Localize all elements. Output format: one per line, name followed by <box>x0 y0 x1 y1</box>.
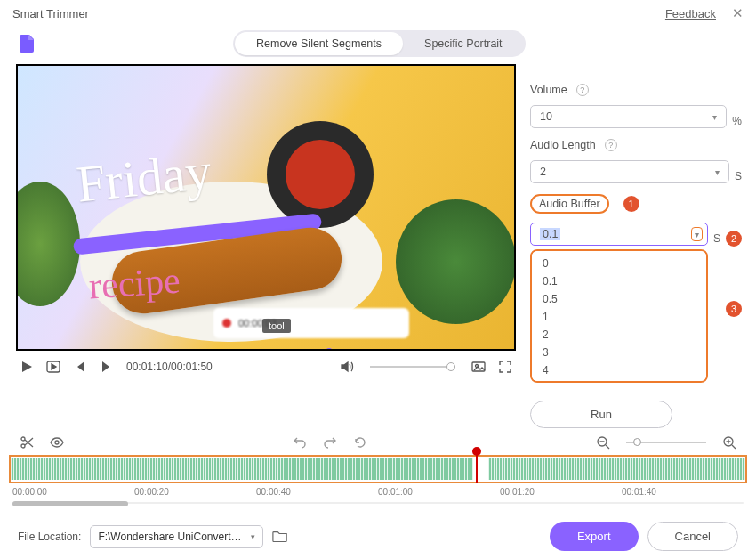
svg-point-4 <box>21 437 25 441</box>
cut-icon[interactable] <box>20 435 34 450</box>
eye-icon[interactable] <box>50 435 64 450</box>
time-display: 00:01:10/00:01:50 <box>126 361 213 373</box>
audio-buffer-label: Audio Buffer <box>530 194 609 214</box>
file-location-label: File Location: <box>18 531 81 543</box>
audio-buffer-dropdown: 0 0.1 0.5 1 2 3 4 5 <box>530 249 708 383</box>
cancel-button[interactable]: Cancel <box>647 522 738 551</box>
time-ruler: 00:00:0000:00:2000:00:4000:01:0000:01:20… <box>0 483 756 497</box>
record-strip: 00:00:03 <box>213 308 409 338</box>
audio-length-select[interactable]: 2▾ <box>530 160 729 183</box>
dropdown-option[interactable]: 2 <box>532 326 706 344</box>
help-icon[interactable]: ? <box>576 84 589 96</box>
tool-tag: tool <box>262 319 291 333</box>
feedback-link[interactable]: Feedback <box>665 7 716 20</box>
dropdown-option[interactable]: 0 <box>532 255 706 272</box>
chevron-down-icon: ▾ <box>695 230 699 239</box>
annotation-badge-1: 1 <box>623 196 639 212</box>
play-icon[interactable] <box>20 360 34 374</box>
volume-label: Volume <box>530 84 567 96</box>
reset-icon[interactable] <box>353 435 367 450</box>
dropdown-option[interactable]: 3 <box>532 344 706 361</box>
tab-specific-portrait[interactable]: Specific Portrait <box>403 32 524 55</box>
audio-length-label: Audio Length <box>530 139 596 151</box>
prev-icon[interactable] <box>73 360 87 374</box>
fullscreen-icon[interactable] <box>498 360 512 374</box>
help-icon[interactable]: ? <box>605 139 617 151</box>
audio-length-unit: S <box>735 170 742 182</box>
horizontal-scrollbar[interactable] <box>12 502 744 504</box>
audio-buffer-select[interactable]: 0.1 ▾ <box>530 223 708 246</box>
chevron-down-icon: ▾ <box>715 167 720 177</box>
video-preview[interactable]: Friday recipe 00:00:03 tool <box>16 64 516 351</box>
volume-unit: % <box>732 115 742 127</box>
volume-select[interactable]: 10▾ <box>530 105 727 128</box>
svg-point-5 <box>55 441 59 444</box>
step-play-icon[interactable] <box>46 360 60 374</box>
svg-point-3 <box>21 444 25 448</box>
dropdown-option[interactable]: 0.1 <box>532 272 706 290</box>
overlay-text-2: recipe <box>87 258 181 307</box>
audio-buffer-unit: S <box>713 232 720 245</box>
dropdown-option[interactable]: 4 <box>532 361 706 379</box>
chevron-down-icon: ▾ <box>251 532 255 541</box>
zoom-out-icon[interactable] <box>596 435 610 450</box>
playhead[interactable] <box>476 451 478 483</box>
export-button[interactable]: Export <box>550 522 639 551</box>
file-location-select[interactable]: F:\Wondershare UniConverter 1 ▾ <box>90 525 263 548</box>
zoom-slider[interactable] <box>626 442 706 443</box>
mode-tabs: Remove Silent Segments Specific Portrait <box>233 30 526 57</box>
dropdown-option[interactable]: 1 <box>532 308 706 326</box>
annotation-badge-3: 3 <box>726 301 742 317</box>
chevron-down-icon: ▾ <box>712 112 717 122</box>
zoom-in-icon[interactable] <box>722 435 736 450</box>
overlay-text-1: Friday <box>75 148 213 208</box>
tab-remove-silent[interactable]: Remove Silent Segments <box>235 32 403 55</box>
dropdown-option[interactable]: 0.5 <box>532 290 706 308</box>
add-file-icon[interactable] <box>16 33 37 54</box>
volume-icon[interactable] <box>340 360 354 374</box>
redo-icon[interactable] <box>323 435 337 450</box>
volume-slider[interactable] <box>370 366 455 368</box>
window-title: Smart Trimmer <box>12 7 89 20</box>
next-icon[interactable] <box>100 360 114 374</box>
annotation-badge-2: 2 <box>726 231 742 247</box>
close-icon[interactable]: ✕ <box>732 5 744 21</box>
waveform-timeline[interactable] <box>9 455 747 483</box>
undo-icon[interactable] <box>293 435 307 450</box>
snapshot-icon[interactable] <box>471 360 486 374</box>
run-button[interactable]: Run <box>530 401 672 428</box>
dropdown-option[interactable]: 5 <box>532 379 706 383</box>
folder-icon[interactable] <box>272 530 288 544</box>
